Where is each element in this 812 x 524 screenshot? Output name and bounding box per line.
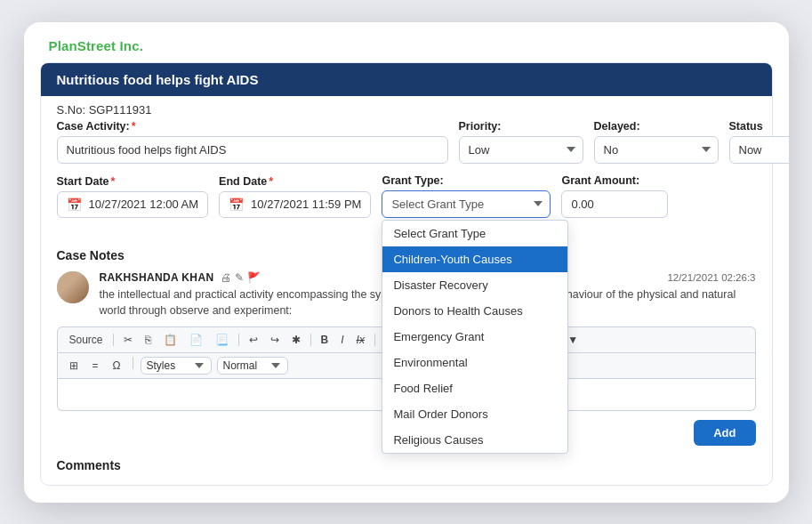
case-activity-group: Case Activity:* [57, 120, 448, 164]
editor-styles-select[interactable]: Styles [141, 357, 212, 375]
editor-source-btn[interactable]: Source [65, 332, 108, 348]
form-section: Case Activity:* Priority: Low Medium Hig… [41, 120, 772, 239]
toolbar2-sep-1 [133, 357, 133, 369]
grant-amount-input[interactable] [561, 190, 668, 218]
comments-title: Comments [57, 458, 756, 472]
dropdown-item-religious[interactable]: Religious Causes [382, 427, 567, 453]
form-row-1: Case Activity:* Priority: Low Medium Hig… [57, 120, 756, 164]
dropdown-item-children-youth[interactable]: Children-Youth Causes [382, 246, 567, 272]
editor-paste3-btn[interactable]: 📃 [211, 332, 233, 348]
grant-amount-group: Grant Amount: [561, 174, 668, 218]
status-input[interactable] [729, 136, 789, 164]
dropdown-item-donors-health[interactable]: Donors to Health Causes [382, 298, 567, 324]
grant-type-select[interactable]: Select Grant Type [382, 190, 551, 218]
toolbar-sep-1 [113, 334, 114, 346]
flag-icon[interactable]: 🚩 [247, 271, 261, 284]
editor-redo-btn[interactable]: ↪ [266, 332, 284, 348]
end-date-wrapper[interactable]: 📅 10/27/2021 11:59 PM [219, 191, 371, 218]
editor-find-btn[interactable]: ✱ [287, 332, 305, 348]
form-row-2: Start Date* 📅 10/27/2021 12:00 AM End Da… [57, 174, 756, 218]
sno-value: SGP111931 [89, 103, 152, 117]
end-date-group: End Date* 📅 10/27/2021 11:59 PM [219, 175, 371, 218]
editor-bold-btn[interactable]: B [317, 332, 334, 348]
editor-cut-btn[interactable]: ✂ [119, 332, 137, 348]
dropdown-item-food-relief[interactable]: Food Relief [382, 375, 567, 401]
main-panel: Nutritious food helps fight AIDS S.No: S… [40, 62, 773, 487]
grant-type-group: Grant Type: Select Grant Type Select Gra… [382, 174, 551, 218]
avatar-image [57, 271, 89, 303]
print-icon[interactable]: 🖨 [221, 271, 231, 284]
note-author: RAKHSHANDA KHAN [100, 271, 214, 284]
end-date-label: End Date* [219, 175, 371, 188]
editor-table-btn[interactable]: ⊞ [65, 357, 83, 375]
editor-italic2-btn[interactable]: Ix [352, 332, 369, 348]
editor-undo-btn[interactable]: ↩ [245, 332, 262, 348]
start-date-value: 10/27/2021 12:00 AM [89, 198, 199, 211]
status-label: Status [729, 120, 789, 133]
priority-select[interactable]: Low Medium High [459, 136, 583, 164]
priority-group: Priority: Low Medium High [459, 120, 583, 164]
end-date-calendar-icon: 📅 [229, 198, 244, 212]
start-date-label: Start Date* [57, 175, 209, 188]
editor-format-select[interactable]: Normal [217, 357, 288, 375]
case-activity-input[interactable] [57, 136, 448, 164]
priority-label: Priority: [459, 120, 583, 133]
note-icons: 🖨 ✎ 🚩 [221, 271, 261, 284]
delayed-select[interactable]: No Yes [594, 136, 719, 164]
editor-italic-btn[interactable]: I [336, 332, 348, 348]
delayed-group: Delayed: No Yes [594, 120, 719, 164]
dropdown-item-select[interactable]: Select Grant Type [382, 221, 567, 246]
dropdown-item-emergency[interactable]: Emergency Grant [382, 324, 567, 350]
editor-paste-btn[interactable]: 📋 [159, 332, 181, 348]
case-activity-label: Case Activity:* [57, 120, 448, 133]
panel-header: Nutritious food helps fight AIDS [41, 63, 772, 96]
dropdown-item-disaster[interactable]: Disaster Recovery [382, 272, 567, 298]
main-card: PlanStreet Inc. Nutritious food helps fi… [24, 22, 789, 503]
grant-type-label: Grant Type: [382, 174, 551, 187]
note-timestamp: 12/21/2021 02:26:3 [667, 272, 755, 283]
dropdown-item-environmental[interactable]: Environmental [382, 350, 567, 375]
delayed-label: Delayed: [594, 120, 719, 133]
status-group: Status [729, 120, 789, 164]
editor-omega-btn[interactable]: Ω [109, 357, 125, 375]
brand-logo: PlanStreet Inc. [24, 22, 789, 62]
toolbar-sep-3 [310, 334, 311, 346]
sno-label: S.No: [57, 103, 86, 117]
avatar [57, 271, 89, 303]
start-date-calendar-icon: 📅 [67, 198, 82, 212]
sno-row: S.No: SGP111931 [41, 96, 772, 120]
end-date-value: 10/27/2021 11:59 PM [251, 198, 361, 211]
edit-icon[interactable]: ✎ [235, 271, 244, 284]
start-date-group: Start Date* 📅 10/27/2021 12:00 AM [57, 175, 209, 218]
editor-paste2-btn[interactable]: 📄 [185, 332, 207, 348]
editor-copy-btn[interactable]: ⎘ [141, 332, 156, 348]
grant-amount-label: Grant Amount: [561, 174, 668, 187]
toolbar-sep-4 [374, 334, 375, 346]
comments-section: Comments [41, 449, 772, 485]
start-date-wrapper[interactable]: 📅 10/27/2021 12:00 AM [57, 191, 209, 218]
add-button[interactable]: Add [694, 420, 755, 446]
dropdown-item-mail-order[interactable]: Mail Order Donors [382, 401, 567, 427]
toolbar-sep-2 [238, 334, 239, 346]
grant-type-dropdown: Select Grant Type Children-Youth Causes … [382, 220, 568, 454]
editor-rule-btn[interactable]: = [88, 357, 103, 375]
